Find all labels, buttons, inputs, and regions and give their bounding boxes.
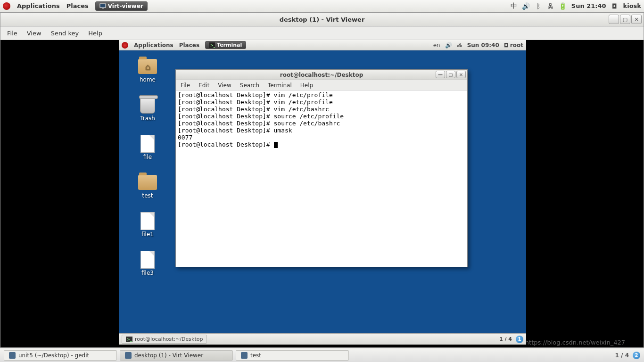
- guest-places-menu[interactable]: Places: [179, 42, 199, 49]
- virt-viewer-window: desktop (1) - Virt Viewer — ▢ ✕ File Vie…: [0, 12, 644, 348]
- virt-viewer-content: Applications Places >_ Terminal en 🔊 🖧 S…: [0, 40, 644, 347]
- desktop-icon-file1[interactable]: file1: [138, 211, 157, 238]
- running-app-label: Virt-viewer: [108, 3, 143, 9]
- app-icon: [9, 352, 16, 359]
- desktop-icon-label: file3: [141, 270, 154, 276]
- guest-bottom-taskbar: >_ root@localhost:~/Desktop 1 / 4 1: [119, 333, 526, 345]
- terminal-line: [root@localhost Desktop]# umask: [178, 127, 465, 134]
- volume-icon[interactable]: 🔊: [445, 42, 452, 49]
- guest-top-panel: Applications Places >_ Terminal en 🔊 🖧 S…: [119, 40, 526, 50]
- guest-terminal-titlebar[interactable]: root@localhost:~/Desktop — ▢ ✕: [176, 70, 467, 80]
- svg-rect-0: [100, 4, 106, 8]
- maximize-button[interactable]: ▢: [620, 15, 630, 24]
- menu-sendkey[interactable]: Send key: [51, 30, 79, 37]
- app-icon: [241, 352, 248, 359]
- desktop-icon-file[interactable]: file: [138, 134, 157, 160]
- user-menu[interactable]: kiosk: [623, 2, 641, 9]
- taskbar-item-label: desktop (1) - Virt Viewer: [134, 352, 203, 359]
- taskbar-item-label: test: [250, 352, 261, 359]
- term-menu-search[interactable]: Search: [240, 82, 259, 89]
- trash-icon: [140, 97, 155, 114]
- monitor-icon: [99, 3, 106, 9]
- guest-terminal-menubar: File Edit View Search Terminal Help: [176, 80, 467, 90]
- battery-icon[interactable]: 🔋: [559, 2, 567, 10]
- desktop-icon-test[interactable]: test: [138, 173, 157, 199]
- terminal-line: [root@localhost Desktop]# vim /etc/profi…: [178, 99, 465, 106]
- terminal-cursor: [274, 142, 278, 148]
- desktop-icon-trash[interactable]: Trash: [138, 95, 157, 122]
- guest-terminal-window[interactable]: root@localhost:~/Desktop — ▢ ✕ File Edit…: [175, 69, 468, 267]
- desktop-icon-label: home: [140, 76, 156, 83]
- desktop-icons-area: homeTrashfiletestfile1file3: [138, 57, 157, 276]
- taskbar-item[interactable]: unit5 (~/Desktop) - gedit: [4, 350, 117, 361]
- guest-desktop[interactable]: Applications Places >_ Terminal en 🔊 🖧 S…: [119, 40, 526, 345]
- volume-icon[interactable]: 🔊: [522, 2, 530, 10]
- guest-running-app-terminal[interactable]: >_ Terminal: [205, 41, 246, 49]
- taskbar-item[interactable]: desktop (1) - Virt Viewer: [120, 350, 233, 361]
- term-menu-terminal[interactable]: Terminal: [268, 82, 292, 89]
- svg-text:>_: >_: [127, 337, 132, 342]
- applications-menu[interactable]: Applications: [17, 2, 60, 9]
- terminal-icon: >_: [209, 42, 215, 48]
- places-menu[interactable]: Places: [66, 2, 89, 9]
- desktop-icon-label: Trash: [140, 115, 155, 122]
- terminal-line: [root@localhost Desktop]# source /etc/pr…: [178, 113, 465, 120]
- terminal-output[interactable]: [root@localhost Desktop]# vim /etc/profi…: [176, 90, 467, 267]
- svg-text:>_: >_: [210, 43, 215, 48]
- svg-rect-6: [9, 352, 16, 359]
- input-method-indicator[interactable]: 中: [510, 2, 518, 10]
- menu-help[interactable]: Help: [88, 30, 102, 37]
- virt-viewer-titlebar[interactable]: desktop (1) - Virt Viewer — ▢ ✕: [0, 13, 644, 27]
- maximize-button[interactable]: ▢: [446, 71, 455, 78]
- svg-rect-8: [241, 352, 248, 359]
- folder-icon: [138, 59, 157, 74]
- desktop-icon-home[interactable]: home: [138, 57, 157, 83]
- term-menu-view[interactable]: View: [218, 82, 231, 89]
- desktop-icon-label: file1: [141, 231, 154, 238]
- app-icon: [125, 352, 132, 359]
- guest-workspace-badge[interactable]: 1: [516, 336, 523, 343]
- terminal-line: [root@localhost Desktop]# source /etc/ba…: [178, 120, 465, 127]
- desktop-icon-label: file: [143, 154, 152, 160]
- svg-rect-1: [102, 8, 104, 9]
- guest-lang-indicator[interactable]: en: [433, 42, 440, 49]
- virt-viewer-menubar: File View Send key Help: [0, 27, 644, 40]
- term-menu-edit[interactable]: Edit: [198, 82, 209, 89]
- guest-clock[interactable]: Sun 09:40: [467, 42, 499, 49]
- file-icon: [140, 135, 155, 153]
- desktop-icon-label: test: [142, 192, 153, 199]
- close-button[interactable]: ✕: [456, 71, 466, 78]
- desktop-icon-file3[interactable]: file3: [138, 250, 157, 276]
- outer-workspace-badge[interactable]: 2: [633, 352, 640, 359]
- guest-user-menu[interactable]: ◘ root: [504, 42, 523, 49]
- redhat-icon: [3, 2, 10, 10]
- terminal-icon: >_: [126, 337, 132, 342]
- outer-bottom-taskbar: unit5 (~/Desktop) - geditdesktop (1) - V…: [0, 348, 644, 362]
- menu-view[interactable]: View: [27, 30, 41, 37]
- shutdown-icon[interactable]: ◘: [611, 2, 619, 10]
- guest-applications-menu[interactable]: Applications: [134, 42, 173, 49]
- guest-taskbar-item[interactable]: >_ root@localhost:~/Desktop: [122, 335, 207, 344]
- taskbar-item[interactable]: test: [236, 350, 349, 361]
- terminal-line: [root@localhost Desktop]# vim /etc/bashr…: [178, 106, 465, 113]
- close-button[interactable]: ✕: [631, 15, 642, 24]
- term-menu-help[interactable]: Help: [300, 82, 313, 89]
- clock[interactable]: Sun 21:40: [571, 2, 606, 9]
- terminal-line: [root@localhost Desktop]#: [178, 141, 465, 148]
- redhat-icon: [122, 42, 128, 49]
- guest-workspace-pager[interactable]: 1 / 4: [499, 336, 512, 342]
- menu-file[interactable]: File: [7, 30, 17, 37]
- folder-icon: [138, 175, 157, 190]
- file-icon: [140, 212, 155, 230]
- terminal-line: [root@localhost Desktop]# vim /etc/profi…: [178, 91, 465, 99]
- minimize-button[interactable]: —: [609, 15, 619, 24]
- term-menu-file[interactable]: File: [181, 82, 190, 89]
- bluetooth-icon[interactable]: ᛒ: [535, 2, 542, 10]
- network-icon[interactable]: 🖧: [547, 2, 554, 10]
- outer-top-panel: Applications Places Virt-viewer 中 🔊 ᛒ 🖧 …: [0, 0, 644, 12]
- guest-terminal-title: root@localhost:~/Desktop: [280, 72, 363, 78]
- running-app-virt-viewer[interactable]: Virt-viewer: [95, 1, 148, 11]
- minimize-button[interactable]: —: [436, 71, 445, 78]
- outer-workspace-pager[interactable]: 1 / 4: [615, 352, 629, 359]
- network-icon[interactable]: 🖧: [457, 42, 462, 49]
